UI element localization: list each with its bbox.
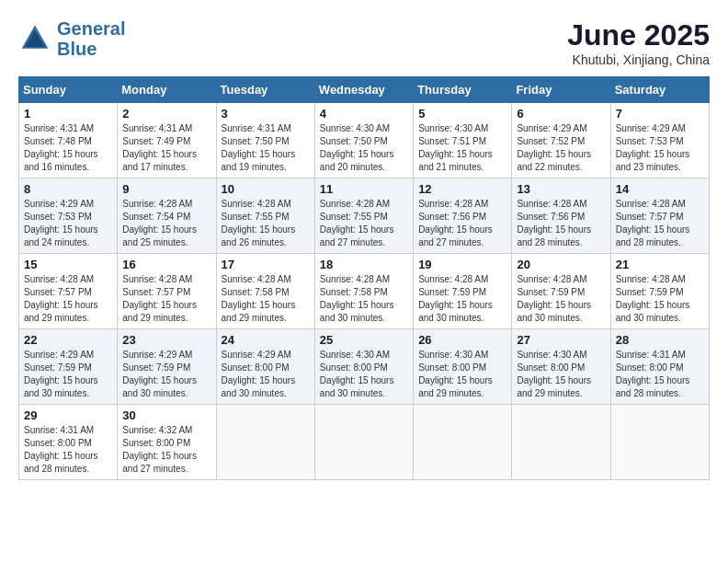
day-info: Sunrise: 4:31 AMSunset: 8:00 PMDaylight:… <box>616 349 704 400</box>
week-row-5: 29Sunrise: 4:31 AMSunset: 8:00 PMDayligh… <box>19 405 710 480</box>
day-number: 16 <box>122 258 210 271</box>
day-number: 13 <box>517 182 605 196</box>
week-row-4: 22Sunrise: 4:29 AMSunset: 7:59 PMDayligh… <box>19 329 710 405</box>
day-cell-18: 18Sunrise: 4:28 AMSunset: 7:58 PMDayligh… <box>314 254 413 329</box>
day-number: 1 <box>24 107 112 121</box>
day-info: Sunrise: 4:28 AMSunset: 7:57 PMDaylight:… <box>122 273 210 325</box>
day-number: 12 <box>418 182 506 196</box>
day-cell-22: 22Sunrise: 4:29 AMSunset: 7:59 PMDayligh… <box>19 329 118 405</box>
day-info: Sunrise: 4:30 AMSunset: 8:00 PMDaylight:… <box>320 349 408 400</box>
day-cell-9: 9Sunrise: 4:28 AMSunset: 7:54 PMDaylight… <box>118 178 216 254</box>
day-info: Sunrise: 4:28 AMSunset: 7:58 PMDaylight:… <box>222 273 310 325</box>
day-info: Sunrise: 4:28 AMSunset: 7:59 PMDaylight:… <box>418 273 506 325</box>
day-cell-4: 4Sunrise: 4:30 AMSunset: 7:50 PMDaylight… <box>314 103 413 178</box>
day-number: 17 <box>222 258 310 271</box>
day-info: Sunrise: 4:31 AMSunset: 7:49 PMDaylight:… <box>122 122 210 174</box>
day-number: 25 <box>320 333 408 347</box>
day-info: Sunrise: 4:31 AMSunset: 8:00 PMDaylight:… <box>24 424 112 476</box>
day-cell-7: 7Sunrise: 4:29 AMSunset: 7:53 PMDaylight… <box>610 103 709 178</box>
day-info: Sunrise: 4:28 AMSunset: 7:54 PMDaylight:… <box>122 198 210 249</box>
day-number: 29 <box>24 408 112 422</box>
day-info: Sunrise: 4:28 AMSunset: 7:59 PMDaylight:… <box>616 273 704 325</box>
day-info: Sunrise: 4:30 AMSunset: 7:50 PMDaylight:… <box>320 122 408 174</box>
empty-cell <box>512 405 610 480</box>
day-cell-23: 23Sunrise: 4:29 AMSunset: 7:59 PMDayligh… <box>118 329 216 405</box>
logo-text: General Blue <box>57 18 125 59</box>
logo-icon <box>18 22 51 55</box>
day-cell-16: 16Sunrise: 4:28 AMSunset: 7:57 PMDayligh… <box>118 254 216 329</box>
header-monday: Monday <box>118 77 216 103</box>
day-info: Sunrise: 4:28 AMSunset: 7:58 PMDaylight:… <box>320 273 408 325</box>
day-number: 26 <box>418 333 506 347</box>
day-number: 18 <box>320 258 408 271</box>
day-info: Sunrise: 4:29 AMSunset: 7:52 PMDaylight:… <box>517 122 605 174</box>
empty-cell <box>414 405 512 480</box>
week-row-2: 8Sunrise: 4:29 AMSunset: 7:53 PMDaylight… <box>19 178 710 254</box>
day-number: 8 <box>24 182 112 196</box>
day-number: 9 <box>122 182 210 196</box>
day-number: 19 <box>418 258 506 271</box>
day-cell-5: 5Sunrise: 4:30 AMSunset: 7:51 PMDaylight… <box>414 103 512 178</box>
empty-cell <box>610 405 709 480</box>
day-number: 2 <box>122 107 210 121</box>
day-cell-14: 14Sunrise: 4:28 AMSunset: 7:57 PMDayligh… <box>610 178 709 254</box>
logo: General Blue <box>18 18 125 59</box>
day-info: Sunrise: 4:28 AMSunset: 7:56 PMDaylight:… <box>517 198 605 249</box>
day-number: 5 <box>418 107 506 121</box>
day-cell-1: 1Sunrise: 4:31 AMSunset: 7:48 PMDaylight… <box>19 103 118 178</box>
day-number: 23 <box>122 333 210 347</box>
day-info: Sunrise: 4:28 AMSunset: 7:59 PMDaylight:… <box>517 273 605 325</box>
day-cell-15: 15Sunrise: 4:28 AMSunset: 7:57 PMDayligh… <box>19 254 118 329</box>
page-header: General Blue June 2025 Khutubi, Xinjiang… <box>18 18 710 67</box>
weekday-header-row: Sunday Monday Tuesday Wednesday Thursday… <box>19 77 710 103</box>
day-number: 24 <box>222 333 310 347</box>
location: Khutubi, Xinjiang, China <box>567 52 710 67</box>
day-cell-8: 8Sunrise: 4:29 AMSunset: 7:53 PMDaylight… <box>19 178 118 254</box>
day-cell-28: 28Sunrise: 4:31 AMSunset: 8:00 PMDayligh… <box>610 329 709 405</box>
day-cell-20: 20Sunrise: 4:28 AMSunset: 7:59 PMDayligh… <box>512 254 610 329</box>
day-info: Sunrise: 4:29 AMSunset: 8:00 PMDaylight:… <box>222 349 310 400</box>
day-info: Sunrise: 4:28 AMSunset: 7:57 PMDaylight:… <box>24 273 112 325</box>
day-number: 27 <box>517 333 605 347</box>
day-info: Sunrise: 4:29 AMSunset: 7:59 PMDaylight:… <box>24 349 112 400</box>
day-number: 6 <box>517 107 605 121</box>
day-cell-2: 2Sunrise: 4:31 AMSunset: 7:49 PMDaylight… <box>118 103 216 178</box>
logo-general: General <box>57 18 125 39</box>
day-info: Sunrise: 4:30 AMSunset: 8:00 PMDaylight:… <box>517 349 605 400</box>
header-sunday: Sunday <box>19 77 118 103</box>
day-cell-30: 30Sunrise: 4:32 AMSunset: 8:00 PMDayligh… <box>118 405 216 480</box>
header-thursday: Thursday <box>414 77 512 103</box>
day-info: Sunrise: 4:28 AMSunset: 7:56 PMDaylight:… <box>418 198 506 249</box>
day-info: Sunrise: 4:29 AMSunset: 7:53 PMDaylight:… <box>616 122 704 174</box>
day-info: Sunrise: 4:31 AMSunset: 7:48 PMDaylight:… <box>24 122 112 174</box>
day-cell-13: 13Sunrise: 4:28 AMSunset: 7:56 PMDayligh… <box>512 178 610 254</box>
day-cell-19: 19Sunrise: 4:28 AMSunset: 7:59 PMDayligh… <box>414 254 512 329</box>
day-number: 28 <box>616 333 704 347</box>
week-row-3: 15Sunrise: 4:28 AMSunset: 7:57 PMDayligh… <box>19 254 710 329</box>
day-info: Sunrise: 4:28 AMSunset: 7:55 PMDaylight:… <box>320 198 408 249</box>
day-cell-11: 11Sunrise: 4:28 AMSunset: 7:55 PMDayligh… <box>314 178 413 254</box>
day-info: Sunrise: 4:30 AMSunset: 7:51 PMDaylight:… <box>418 122 506 174</box>
day-number: 22 <box>24 333 112 347</box>
day-cell-24: 24Sunrise: 4:29 AMSunset: 8:00 PMDayligh… <box>216 329 314 405</box>
day-cell-17: 17Sunrise: 4:28 AMSunset: 7:58 PMDayligh… <box>216 254 314 329</box>
empty-cell <box>314 405 413 480</box>
day-number: 20 <box>517 258 605 271</box>
day-number: 10 <box>222 182 310 196</box>
day-cell-27: 27Sunrise: 4:30 AMSunset: 8:00 PMDayligh… <box>512 329 610 405</box>
header-wednesday: Wednesday <box>314 77 413 103</box>
day-info: Sunrise: 4:30 AMSunset: 8:00 PMDaylight:… <box>418 349 506 400</box>
logo-blue: Blue <box>57 39 125 59</box>
day-number: 14 <box>616 182 704 196</box>
day-cell-12: 12Sunrise: 4:28 AMSunset: 7:56 PMDayligh… <box>414 178 512 254</box>
day-cell-29: 29Sunrise: 4:31 AMSunset: 8:00 PMDayligh… <box>19 405 118 480</box>
day-number: 30 <box>122 408 210 422</box>
day-info: Sunrise: 4:32 AMSunset: 8:00 PMDaylight:… <box>122 424 210 476</box>
day-cell-21: 21Sunrise: 4:28 AMSunset: 7:59 PMDayligh… <box>610 254 709 329</box>
day-info: Sunrise: 4:28 AMSunset: 7:57 PMDaylight:… <box>616 198 704 249</box>
day-number: 3 <box>222 107 310 121</box>
day-cell-3: 3Sunrise: 4:31 AMSunset: 7:50 PMDaylight… <box>216 103 314 178</box>
day-cell-26: 26Sunrise: 4:30 AMSunset: 8:00 PMDayligh… <box>414 329 512 405</box>
day-number: 11 <box>320 182 408 196</box>
empty-cell <box>216 405 314 480</box>
